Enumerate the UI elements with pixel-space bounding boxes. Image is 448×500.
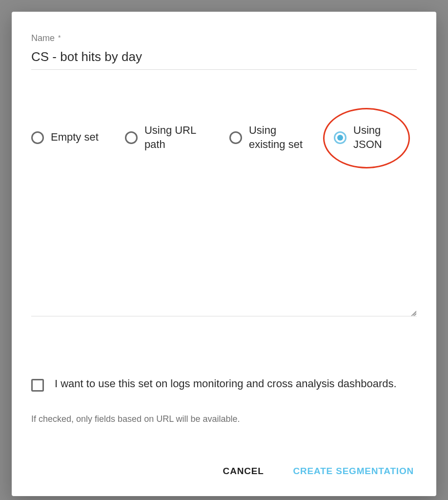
name-field-label: Name * [31,33,417,43]
required-asterisk: * [58,34,61,42]
radio-option-url-path[interactable]: Using URL path [125,124,203,151]
set-type-radio-group: Empty set Using URL path Using existing … [31,124,417,151]
name-input[interactable] [31,46,417,70]
radio-icon [31,131,44,144]
radio-option-using-json[interactable]: Using JSON [334,124,417,151]
use-on-dashboards-checkbox[interactable] [31,379,44,392]
radio-icon-selected [334,131,346,144]
checkbox-help-text: If checked, only fields based on URL wil… [31,414,417,424]
name-label-text: Name [31,33,55,43]
radio-label: Using JSON [353,124,412,151]
json-textarea-wrap [31,160,417,318]
json-textarea[interactable] [31,185,417,316]
create-segmentation-button[interactable]: CREATE SEGMENTATION [290,462,417,480]
radio-label: Using URL path [144,124,203,151]
radio-label: Empty set [51,130,99,145]
create-segmentation-dialog: Name * Empty set Using URL path Using ex… [12,12,436,496]
radio-icon [125,131,138,144]
radio-label: Using existing set [249,124,307,151]
radio-option-existing-set[interactable]: Using existing set [229,124,307,151]
use-on-dashboards-row: I want to use this set on logs monitorin… [31,376,417,392]
cancel-button[interactable]: CANCEL [220,462,267,480]
radio-icon [229,131,242,144]
use-on-dashboards-label: I want to use this set on logs monitorin… [55,376,397,392]
dialog-actions: CANCEL CREATE SEGMENTATION [31,450,417,480]
radio-option-empty-set[interactable]: Empty set [31,130,99,145]
